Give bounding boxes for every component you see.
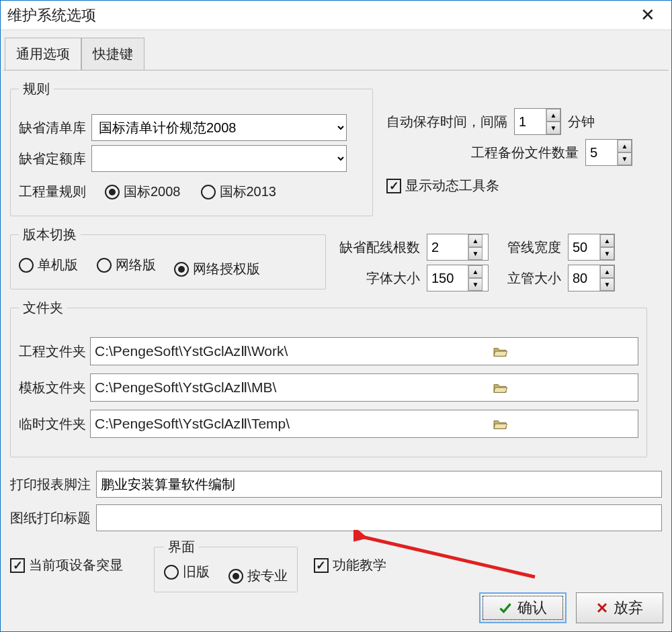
spin-up-icon[interactable]: ▲ [468,234,482,247]
autosave-interval-input[interactable] [515,109,546,134]
highlight-current-device-label: 当前项设备突显 [29,556,123,574]
folder-open-icon[interactable] [366,418,634,430]
qty-rule-label: 工程量规则 [19,183,86,201]
spin-down-icon[interactable]: ▼ [600,247,614,260]
mb-folder-value: C:\PengeSoft\YstGclAzⅡ\MB\ [95,379,362,396]
spin-down-icon[interactable]: ▼ [618,152,632,165]
cross-icon [596,602,608,614]
version-standalone[interactable]: 单机版 [19,256,78,274]
mb-folder-label: 模板文件夹 [19,379,86,397]
spin-up-icon[interactable]: ▲ [546,109,560,122]
riser-size-input[interactable] [569,265,599,291]
temp-folder-input[interactable]: C:\PengeSoft\YstGclAzⅡ\Temp\ [90,410,638,438]
qty-rule-2008[interactable]: 国标2008 [105,183,181,201]
tab-shortcut[interactable]: 快捷键 [81,38,144,71]
radio-icon [19,258,34,273]
version-network[interactable]: 网络版 [97,256,156,274]
spin-down-icon[interactable]: ▼ [600,278,614,291]
spin-up-icon[interactable]: ▲ [468,265,482,278]
sheet-title-label: 图纸打印标题 [10,509,91,527]
spin-down-icon[interactable]: ▼ [468,278,482,291]
font-size[interactable]: ▲▼ [427,265,489,291]
checkbox-icon [10,558,25,573]
autosave-label: 自动保存时间，间隔 [386,113,507,131]
work-folder-label: 工程文件夹 [19,343,86,361]
radio-icon [228,569,243,584]
folder-open-icon[interactable] [366,381,634,394]
list-lib-label: 缺省清单库 [19,119,86,137]
folders-legend: 文件夹 [19,299,67,317]
mb-folder-input[interactable]: C:\PengeSoft\YstGclAzⅡ\MB\ [90,373,638,402]
backup-count-input[interactable] [586,140,617,165]
ui-by-discipline-label: 按专业 [247,567,288,585]
radio-icon [201,185,216,199]
quota-lib-select[interactable] [91,145,347,172]
pipe-width-input[interactable] [569,234,599,260]
temp-folder-value: C:\PengeSoft\YstGclAzⅡ\Temp\ [95,416,362,432]
check-icon [499,601,512,615]
wire-count[interactable]: ▲▼ [427,234,489,261]
riser-size-label: 立管大小 [507,269,561,287]
backup-count-label: 工程备份文件数量 [471,144,579,162]
ok-button-label: 确认 [517,598,547,618]
radio-icon [174,262,189,277]
font-size-label: 字体大小 [366,269,420,287]
highlight-current-device[interactable]: 当前项设备突显 [10,556,123,574]
qty-rule-2008-label: 国标2008 [124,183,181,201]
work-folder-input[interactable]: C:\PengeSoft\YstGclAzⅡ\Work\ [90,337,638,365]
backup-count[interactable]: ▲▼ [585,139,632,166]
version-legend: 版本切换 [19,226,81,244]
work-folder-value: C:\PengeSoft\YstGclAzⅡ\Work\ [95,343,362,359]
cancel-button[interactable]: 放弃 [576,592,663,623]
rules-legend: 规则 [19,80,54,98]
autosave-unit: 分钟 [568,113,595,131]
version-network-auth[interactable]: 网络授权版 [174,260,260,278]
window-title: 维护系统选项 [7,5,96,26]
close-icon[interactable]: ✕ [632,2,663,28]
wire-count-input[interactable] [427,234,468,260]
riser-size[interactable]: ▲▼ [568,265,615,291]
checkbox-icon [314,558,329,573]
version-network-label: 网络版 [116,256,156,274]
cancel-button-label: 放弃 [614,598,643,618]
spin-up-icon[interactable]: ▲ [600,265,614,278]
qty-rule-2013[interactable]: 国标2013 [201,183,277,201]
quota-lib-label: 缺省定额库 [19,150,86,168]
radio-icon [105,185,120,199]
spin-up-icon[interactable]: ▲ [600,234,614,247]
version-standalone-label: 单机版 [38,256,78,274]
sheet-title-input[interactable] [96,504,662,531]
wire-count-label: 缺省配线根数 [339,238,420,257]
radio-icon [97,258,112,273]
spin-up-icon[interactable]: ▲ [618,140,632,152]
qty-rule-2013-label: 国标2013 [220,183,277,201]
pipe-width[interactable]: ▲▼ [568,234,615,261]
show-dynamic-toolbar[interactable]: 显示动态工具条 [386,177,499,195]
list-lib-select[interactable]: 国标清单计价规范2008 [91,114,347,141]
radio-icon [164,565,179,580]
autosave-interval[interactable]: ▲▼ [514,108,561,135]
ok-button[interactable]: 确认 [479,592,566,623]
tutorial-checkbox[interactable]: 功能教学 [314,556,386,574]
tutorial-label: 功能教学 [333,556,386,574]
ui-old-label: 旧版 [183,563,210,581]
font-size-input[interactable] [427,265,468,291]
spin-down-icon[interactable]: ▼ [468,247,482,260]
print-foot-input[interactable] [96,471,662,498]
pipe-width-label: 管线宽度 [507,238,561,257]
temp-folder-label: 临时文件夹 [19,415,86,433]
ui-legend: 界面 [164,538,199,556]
spin-down-icon[interactable]: ▼ [546,122,560,134]
show-dynamic-toolbar-label: 显示动态工具条 [405,177,499,195]
ui-old[interactable]: 旧版 [164,563,210,581]
print-foot-label: 打印报表脚注 [10,476,91,494]
tab-general[interactable]: 通用选项 [5,38,81,71]
version-network-auth-label: 网络授权版 [193,260,260,278]
folder-open-icon[interactable] [366,345,634,357]
ui-by-discipline[interactable]: 按专业 [228,567,288,585]
checkbox-icon [386,179,401,193]
